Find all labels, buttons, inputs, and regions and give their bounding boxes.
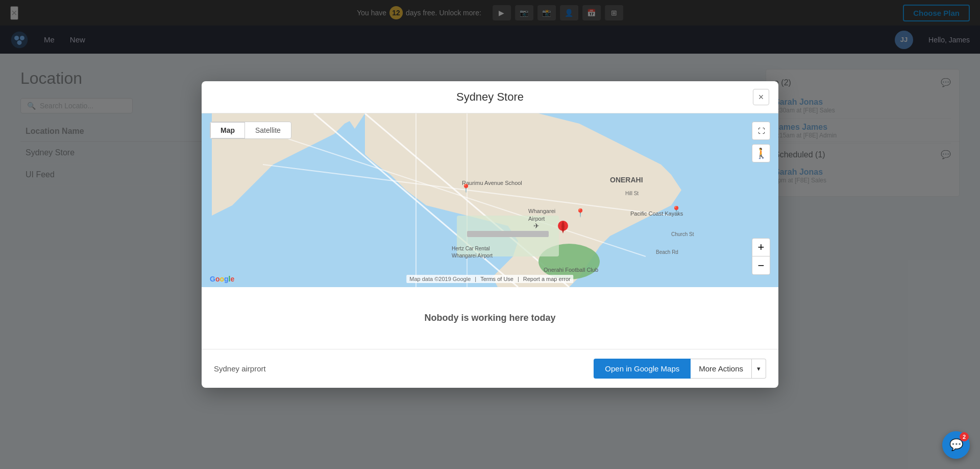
- map-zoom-out-button[interactable]: −: [752, 256, 770, 275]
- modal-overlay: Sydney Store ×: [0, 0, 980, 469]
- footer-actions: Open in Google Maps More Actions ▾: [594, 359, 766, 379]
- svg-text:Whangarei Airport: Whangarei Airport: [452, 253, 493, 259]
- map-svg: ONERAHI Whangarei Airport Pacific Coast …: [202, 113, 778, 287]
- svg-text:ONERAHI: ONERAHI: [610, 176, 643, 184]
- map-zoom-in-button[interactable]: +: [752, 238, 770, 256]
- svg-text:Onerahi Football Club: Onerahi Football Club: [544, 267, 598, 273]
- svg-text:Whangarei: Whangarei: [528, 208, 555, 214]
- svg-text:Church St: Church St: [671, 231, 694, 237]
- map-tab-map[interactable]: Map: [210, 122, 245, 138]
- nobody-working-section: Nobody is working here today: [202, 287, 778, 349]
- more-actions-button[interactable]: More Actions: [691, 359, 752, 379]
- map-separator-2: |: [518, 276, 519, 282]
- google-logo: Google: [210, 275, 234, 283]
- nobody-working-text: Nobody is working here today: [424, 313, 555, 323]
- map-fullscreen-button[interactable]: ⛶: [752, 122, 770, 140]
- svg-rect-13: [467, 231, 549, 237]
- sydney-store-modal: Sydney Store ×: [202, 81, 778, 388]
- modal-body: ONERAHI Whangarei Airport Pacific Coast …: [202, 113, 778, 349]
- map-streetview-button[interactable]: 🚶: [752, 144, 770, 162]
- modal-title: Sydney Store: [456, 90, 524, 104]
- open-in-google-maps-button[interactable]: Open in Google Maps: [594, 359, 691, 379]
- person-icon: 🚶: [755, 147, 768, 159]
- terms-of-use-link[interactable]: Terms of Use: [480, 276, 513, 282]
- modal-close-button[interactable]: ×: [753, 89, 769, 105]
- chevron-down-icon: ▾: [757, 365, 761, 372]
- svg-text:📍: 📍: [575, 208, 585, 218]
- more-actions-dropdown-button[interactable]: ▾: [752, 359, 766, 379]
- svg-text:Airport: Airport: [528, 216, 545, 222]
- modal-footer: Sydney airprort Open in Google Maps More…: [202, 349, 778, 388]
- map-tab-satellite[interactable]: Satellite: [245, 122, 291, 138]
- modal-address: Sydney airprort: [214, 364, 266, 373]
- modal-header: Sydney Store ×: [202, 81, 778, 113]
- map-separator: |: [475, 276, 476, 282]
- chat-badge: 2: [960, 432, 969, 441]
- map-view-toggle: Map Satellite: [210, 122, 291, 139]
- svg-text:Hill St: Hill St: [625, 191, 639, 196]
- map-attribution: Map data ©2019 Google | Terms of Use | R…: [406, 275, 573, 283]
- svg-text:📍: 📍: [461, 183, 471, 193]
- report-map-error-link[interactable]: Report a map error: [523, 276, 571, 282]
- chat-bubble[interactable]: 💬 2: [942, 431, 970, 459]
- svg-text:✈: ✈: [533, 222, 540, 230]
- map-container: ONERAHI Whangarei Airport Pacific Coast …: [202, 113, 778, 287]
- svg-text:Hertz Car Rental: Hertz Car Rental: [452, 246, 489, 251]
- zoom-in-icon: +: [758, 241, 765, 254]
- fullscreen-icon: ⛶: [758, 127, 765, 135]
- svg-text:📍: 📍: [671, 205, 681, 215]
- zoom-out-icon: −: [758, 259, 765, 272]
- map-data-text: Map data ©2019 Google: [409, 276, 471, 282]
- svg-text:Beach Rd: Beach Rd: [656, 249, 678, 255]
